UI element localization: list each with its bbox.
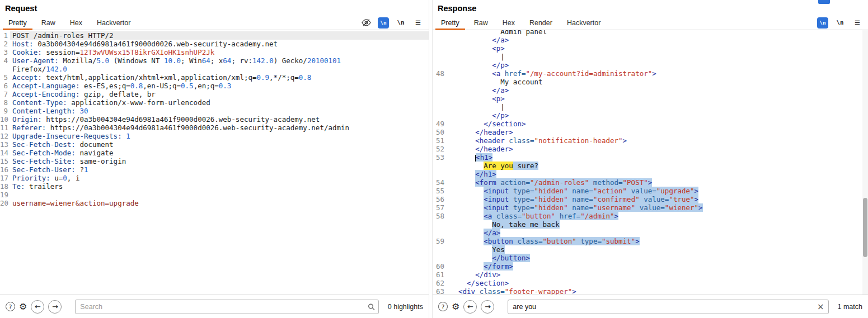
editor-menu-icon[interactable]: ≡ [852, 17, 863, 29]
search-prev-button[interactable]: ← [463, 300, 477, 314]
code-line-text: Accept: text/html,application/xhtml+xml,… [10, 73, 429, 82]
code-line[interactable]: 16Sec-Fetch-User: ?1 [0, 165, 429, 174]
line-number: 1 [0, 31, 10, 40]
code-line[interactable]: 12Upgrade-Insecure-Requests: 1 [0, 132, 429, 140]
newline-icon[interactable]: \n [395, 17, 406, 29]
code-line[interactable]: 55<input type="hidden" name="action" val… [433, 187, 868, 195]
nonprinting-toggle-on-icon[interactable]: \n [817, 17, 828, 29]
code-line[interactable]: </p> [433, 111, 868, 120]
code-line[interactable]: 20username=wiener&action=upgrade [0, 199, 429, 207]
response-search-input[interactable] [508, 300, 828, 314]
code-line[interactable]: 51<header class="notification-header"> [433, 136, 868, 145]
code-line[interactable]: 2Host: 0a3b004304e94d6981a461f9000d0026.… [0, 40, 429, 48]
search-next-button[interactable]: → [481, 300, 494, 314]
code-line[interactable]: 54<form action="/admin-roles" method="PO… [433, 178, 868, 187]
code-line[interactable]: 15Sec-Fetch-Site: same-origin [0, 157, 429, 165]
eye-off-icon[interactable] [360, 17, 372, 29]
code-line-text: </a> [448, 86, 868, 94]
code-line[interactable]: 13Sec-Fetch-Dest: document [0, 140, 429, 149]
code-line[interactable]: Yes [433, 245, 868, 254]
code-line[interactable]: 58<a class="button" href="/admin"> [433, 212, 868, 220]
search-settings-gear-icon[interactable]: ⚙ [452, 302, 459, 311]
code-line[interactable]: 17Priority: u=0, i [0, 174, 429, 182]
clear-search-icon[interactable]: × [817, 302, 824, 311]
request-search-input[interactable] [75, 300, 378, 314]
scrollbar-thumb[interactable] [863, 198, 867, 257]
code-line[interactable]: 14Sec-Fetch-Mode: navigate [0, 149, 429, 157]
response-scrollbar[interactable] [862, 30, 868, 295]
code-line[interactable]: | [433, 103, 868, 111]
code-line[interactable]: 4User-Agent: Mozilla/5.0 (Windows NT 10.… [0, 56, 429, 65]
code-line[interactable]: 6Accept-Language: es-ES,es;q=0.8,en-US;q… [0, 82, 429, 90]
code-line[interactable]: Admin panel [433, 30, 868, 36]
request-editor[interactable]: 1POST /admin-roles HTTP/22Host: 0a3b0043… [0, 30, 429, 295]
code-line[interactable]: 8Content-Type: application/x-www-form-ur… [0, 98, 429, 107]
code-line[interactable]: 9Content-Length: 30 [0, 107, 429, 115]
code-line[interactable]: 10Origin: https://0a3b004304e94d6981a461… [0, 115, 429, 124]
code-line[interactable]: 63<div class="footer-wrapper"> [433, 287, 868, 295]
search-next-button[interactable]: → [48, 300, 62, 314]
code-line-text: <header class="notification-header"> [448, 136, 868, 145]
code-line[interactable]: 59<button class="button" type="submit"> [433, 237, 868, 245]
search-prev-button[interactable]: ← [31, 300, 44, 314]
code-line[interactable]: 62</section> [433, 279, 868, 287]
code-line[interactable]: 48<a href="/my-account?id=administrator"… [433, 69, 868, 78]
tab-request-hackvertor[interactable]: Hackvertor [90, 16, 138, 30]
code-line[interactable]: </a> [433, 86, 868, 94]
code-line[interactable]: </a> [433, 36, 868, 44]
code-line[interactable]: 5Accept: text/html,application/xhtml+xml… [0, 73, 429, 82]
code-line[interactable]: 56<input type="hidden" name="confirmed" … [433, 195, 868, 203]
code-line[interactable]: | [433, 53, 868, 61]
code-line[interactable]: 7Accept-Encoding: gzip, deflate, br [0, 90, 429, 98]
code-line[interactable]: Firefox/142.0 [0, 65, 429, 73]
tab-response-pretty[interactable]: Pretty [434, 16, 467, 30]
tab-response-raw[interactable]: Raw [467, 16, 495, 30]
code-line-text: <a href="/my-account?id=administrator"> [448, 69, 868, 78]
tab-request-pretty[interactable]: Pretty [1, 16, 34, 30]
newline-icon[interactable]: \n [834, 17, 846, 29]
code-line-text: Content-Length: 30 [10, 107, 429, 115]
code-line[interactable]: 60</form> [433, 262, 868, 270]
code-line[interactable]: </a> [433, 229, 868, 237]
code-line[interactable]: No, take me back [433, 220, 868, 229]
code-line[interactable]: 57<input type="hidden" name="username" v… [433, 203, 868, 212]
code-line[interactable]: </p> [433, 61, 868, 69]
code-line[interactable]: 61</div> [433, 270, 868, 279]
line-number: 55 [433, 187, 448, 195]
code-line[interactable]: 53<h1> [433, 153, 868, 162]
code-line[interactable]: 52</header> [433, 145, 868, 153]
line-number [433, 111, 448, 120]
tab-request-raw[interactable]: Raw [34, 16, 63, 30]
line-number: 12 [0, 132, 10, 140]
tab-response-hackvertor[interactable]: Hackvertor [560, 16, 608, 30]
code-line[interactable]: Are you sure? [433, 162, 868, 170]
response-code-rows: Admin panel</a><p>|</p>48<a href="/my-ac… [433, 30, 868, 295]
help-icon[interactable]: ? [438, 302, 448, 311]
help-icon[interactable]: ? [6, 302, 15, 311]
tab-request-hex[interactable]: Hex [63, 16, 90, 30]
code-line[interactable]: </h1> [433, 170, 868, 178]
code-line-text: | [448, 53, 868, 61]
search-settings-gear-icon[interactable]: ⚙ [19, 302, 27, 311]
code-line[interactable]: 19 [0, 191, 429, 199]
tab-response-render[interactable]: Render [522, 16, 560, 30]
code-line[interactable]: <p> [433, 44, 868, 53]
code-line[interactable]: 18Te: trailers [0, 182, 429, 191]
line-number [0, 65, 10, 73]
panel-splitter[interactable] [429, 0, 433, 318]
nonprinting-toggle-on-icon[interactable]: \n [378, 17, 389, 29]
editor-menu-icon[interactable]: ≡ [412, 17, 424, 29]
response-editor[interactable]: Admin panel</a><p>|</p>48<a href="/my-ac… [433, 30, 868, 295]
code-line[interactable]: 11Referer: https://0a3b004304e94d6981a46… [0, 124, 429, 132]
code-line[interactable]: 1POST /admin-roles HTTP/2 [0, 31, 429, 40]
request-search-bar: ? ⚙ ← → 0 highlights [0, 295, 429, 318]
code-line[interactable]: 49</section> [433, 120, 868, 128]
code-line[interactable]: My account [433, 78, 868, 86]
response-toolbar-icons: \n \n ≡ [817, 16, 868, 30]
code-line[interactable]: <p> [433, 94, 868, 103]
partial-blue-button[interactable] [818, 0, 830, 4]
code-line[interactable]: 50</header> [433, 128, 868, 136]
tab-response-hex[interactable]: Hex [495, 16, 522, 30]
code-line[interactable]: 3Cookie: session=12T3wVUWsx15T8ikrGXIoHK… [0, 48, 429, 56]
code-line[interactable]: </button> [433, 254, 868, 262]
